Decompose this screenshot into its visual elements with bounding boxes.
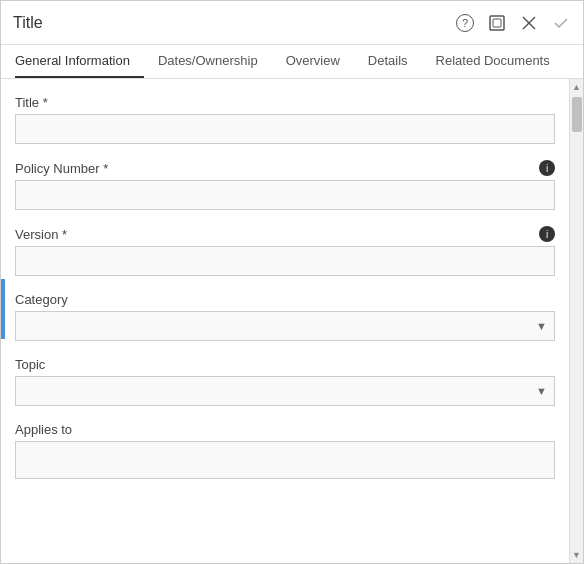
tabs: General Information Dates/Ownership Over…: [1, 45, 583, 79]
version-field-group: Version * i: [15, 226, 555, 276]
version-label: Version *: [15, 227, 67, 242]
dialog-header: Title ?: [1, 1, 583, 45]
topic-field-group: Topic ▼: [15, 357, 555, 406]
version-input[interactable]: [15, 246, 555, 276]
applies-to-label-row: Applies to: [15, 422, 555, 437]
maximize-icon[interactable]: [487, 13, 507, 33]
dialog-title: Title: [13, 14, 43, 32]
category-label: Category: [15, 292, 68, 307]
policy-number-field-group: Policy Number * i: [15, 160, 555, 210]
policy-number-info-icon[interactable]: i: [539, 160, 555, 176]
topic-label-row: Topic: [15, 357, 555, 372]
title-input[interactable]: [15, 114, 555, 144]
version-info-icon[interactable]: i: [539, 226, 555, 242]
svg-rect-2: [490, 16, 504, 30]
topic-select[interactable]: [15, 376, 555, 406]
svg-rect-3: [493, 19, 501, 27]
tab-overview[interactable]: Overview: [272, 45, 354, 78]
applies-to-input[interactable]: [15, 441, 555, 479]
topic-select-wrapper: ▼: [15, 376, 555, 406]
category-select-wrapper: ▼: [15, 311, 555, 341]
tab-related[interactable]: Related Documents: [422, 45, 564, 78]
close-icon[interactable]: [519, 13, 539, 33]
dialog: Title ?: [0, 0, 584, 564]
policy-number-input[interactable]: [15, 180, 555, 210]
tab-details[interactable]: Details: [354, 45, 422, 78]
applies-to-field-group: Applies to: [15, 422, 555, 479]
version-label-row: Version * i: [15, 226, 555, 242]
header-icons: ?: [455, 13, 571, 33]
content-area: Title * Policy Number * i Version * i: [1, 79, 583, 563]
policy-number-label: Policy Number *: [15, 161, 108, 176]
topic-label: Topic: [15, 357, 45, 372]
scroll-up-button[interactable]: ▲: [570, 79, 584, 95]
scroll-down-button[interactable]: ▼: [570, 547, 584, 563]
title-label: Title *: [15, 95, 48, 110]
tab-general[interactable]: General Information: [15, 45, 144, 78]
category-label-row: Category: [15, 292, 555, 307]
tab-dates[interactable]: Dates/Ownership: [144, 45, 272, 78]
scroll-thumb[interactable]: [572, 97, 582, 132]
category-field-group: Category ▼: [15, 292, 555, 341]
policy-number-label-row: Policy Number * i: [15, 160, 555, 176]
confirm-icon[interactable]: [551, 13, 571, 33]
scroll-track: [570, 95, 583, 547]
form-content: Title * Policy Number * i Version * i: [1, 79, 569, 563]
title-field-group: Title *: [15, 95, 555, 144]
title-label-row: Title *: [15, 95, 555, 110]
help-icon[interactable]: ?: [455, 13, 475, 33]
category-select[interactable]: [15, 311, 555, 341]
svg-text:?: ?: [462, 17, 468, 29]
applies-to-label: Applies to: [15, 422, 72, 437]
scrollbar: ▲ ▼: [569, 79, 583, 563]
